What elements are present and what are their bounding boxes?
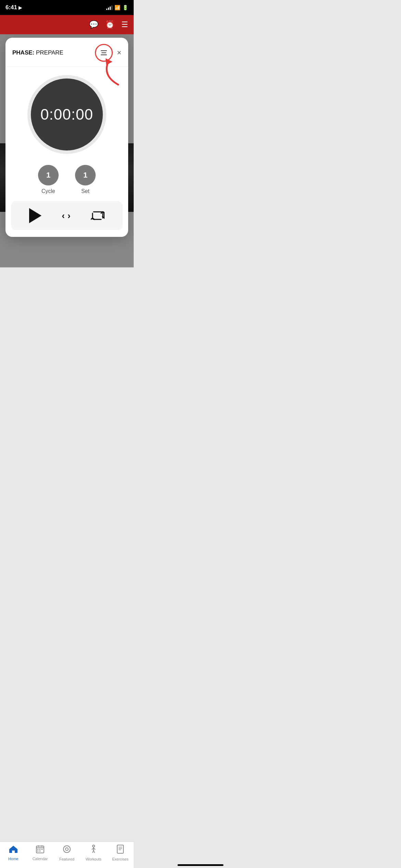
background-content: P F PHASE: PREPARE bbox=[0, 34, 134, 267]
alarm-icon[interactable]: ⏰ bbox=[105, 20, 114, 29]
timer-outer-ring: 0:00:00 bbox=[27, 75, 106, 154]
status-icons: 📶 🔋 bbox=[106, 5, 128, 10]
timer-display: 0:00:00 bbox=[40, 106, 93, 123]
set-item: 1 Set bbox=[75, 165, 96, 194]
status-time: 6:41 ▶ bbox=[5, 4, 22, 11]
timer-section: 0:00:00 bbox=[5, 67, 128, 161]
cycle-label: Cycle bbox=[41, 188, 55, 194]
cycle-item: 1 Cycle bbox=[38, 165, 59, 194]
cycle-badge: 1 bbox=[38, 165, 59, 185]
prev-button[interactable]: ‹ bbox=[62, 211, 65, 220]
chat-icon[interactable]: 💬 bbox=[89, 20, 98, 29]
play-button[interactable] bbox=[29, 208, 41, 223]
repeat-button[interactable] bbox=[91, 210, 105, 221]
controls-section: ‹ › bbox=[11, 201, 123, 230]
modal-header: PHASE: PREPARE × bbox=[5, 38, 128, 67]
location-icon: ▶ bbox=[19, 5, 22, 10]
set-label: Set bbox=[81, 188, 89, 194]
settings-line-1 bbox=[101, 50, 107, 51]
wifi-icon: 📶 bbox=[114, 5, 120, 10]
signal-bar-3 bbox=[110, 7, 111, 10]
timer-inner-circle: 0:00:00 bbox=[31, 79, 103, 150]
signal-bars bbox=[106, 5, 112, 10]
top-nav-bar: 💬 ⏰ ☰ bbox=[0, 15, 134, 34]
repeat-icon bbox=[91, 210, 105, 221]
next-button[interactable]: › bbox=[68, 211, 71, 220]
settings-icon bbox=[101, 50, 107, 55]
status-bar: 6:41 ▶ 📶 🔋 bbox=[0, 0, 134, 15]
settings-btn-wrapper bbox=[95, 44, 113, 62]
phase-label: PHASE: PREPARE bbox=[12, 49, 63, 56]
signal-bar-4 bbox=[111, 5, 112, 10]
nav-arrows: ‹ › bbox=[62, 211, 70, 220]
cycle-set-section: 1 Cycle 1 Set bbox=[5, 161, 128, 201]
set-badge: 1 bbox=[75, 165, 96, 185]
phase-keyword: PHASE: bbox=[12, 49, 34, 56]
modal-card: PHASE: PREPARE × bbox=[5, 38, 128, 237]
menu-icon[interactable]: ☰ bbox=[121, 20, 128, 29]
battery-icon: 🔋 bbox=[122, 5, 128, 10]
phase-value: PREPARE bbox=[36, 49, 63, 56]
signal-bar-1 bbox=[106, 9, 107, 10]
settings-line-2 bbox=[101, 52, 106, 53]
settings-button[interactable] bbox=[95, 44, 113, 62]
set-number: 1 bbox=[83, 171, 87, 180]
cycle-number: 1 bbox=[46, 171, 50, 180]
time-display: 6:41 bbox=[5, 4, 17, 11]
header-right: × bbox=[95, 44, 121, 62]
signal-bar-2 bbox=[108, 8, 109, 10]
close-button[interactable]: × bbox=[117, 48, 121, 57]
settings-line-3 bbox=[101, 55, 107, 55]
